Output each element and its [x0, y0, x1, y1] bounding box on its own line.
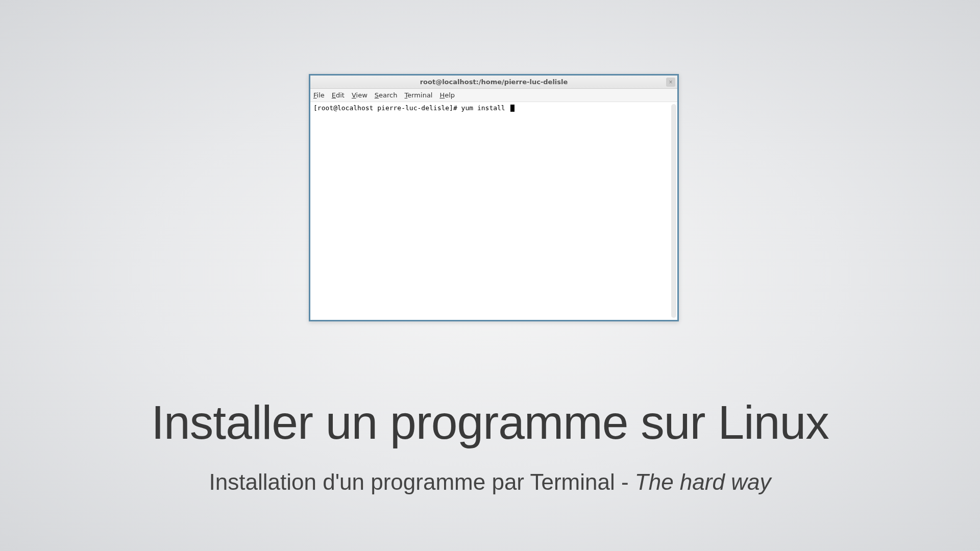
menu-search[interactable]: Search	[375, 91, 398, 99]
slide-title: Installer un programme sur Linux	[0, 395, 980, 450]
cursor-icon	[510, 105, 514, 112]
menu-terminal-rest: erminal	[407, 91, 432, 99]
subtitle-italic: The hard way	[635, 469, 771, 494]
terminal-command: yum install	[461, 104, 509, 112]
menu-view[interactable]: View	[352, 91, 368, 99]
menu-help-rest: elp	[445, 91, 455, 99]
terminal-prompt: [root@localhost pierre-luc-delisle]#	[313, 104, 461, 112]
window-title: root@localhost:/home/pierre-luc-delisle	[420, 78, 568, 86]
menu-search-rest: earch	[379, 91, 397, 99]
menu-edit-rest: dit	[336, 91, 345, 99]
slide-subtitle: Installation d'un programme par Terminal…	[0, 469, 980, 495]
menu-help[interactable]: Help	[439, 91, 455, 99]
menu-file-rest: ile	[317, 91, 325, 99]
menu-view-rest: iew	[356, 91, 368, 99]
close-button[interactable]: ×	[666, 78, 675, 87]
terminal-line: [root@localhost pierre-luc-delisle]# yum…	[313, 104, 674, 113]
menubar: File Edit View Search Terminal Help	[310, 89, 677, 102]
menu-edit[interactable]: Edit	[332, 91, 345, 99]
scrollbar[interactable]	[671, 104, 676, 318]
window-titlebar[interactable]: root@localhost:/home/pierre-luc-delisle …	[310, 76, 677, 89]
close-icon: ×	[669, 79, 672, 86]
menu-terminal[interactable]: Terminal	[405, 91, 433, 99]
slide-container: root@localhost:/home/pierre-luc-delisle …	[0, 0, 980, 551]
terminal-body[interactable]: [root@localhost pierre-luc-delisle]# yum…	[310, 102, 677, 320]
menu-file[interactable]: File	[313, 91, 325, 99]
terminal-window: root@localhost:/home/pierre-luc-delisle …	[309, 74, 679, 321]
subtitle-prefix: Installation d'un programme par Terminal…	[209, 469, 635, 494]
